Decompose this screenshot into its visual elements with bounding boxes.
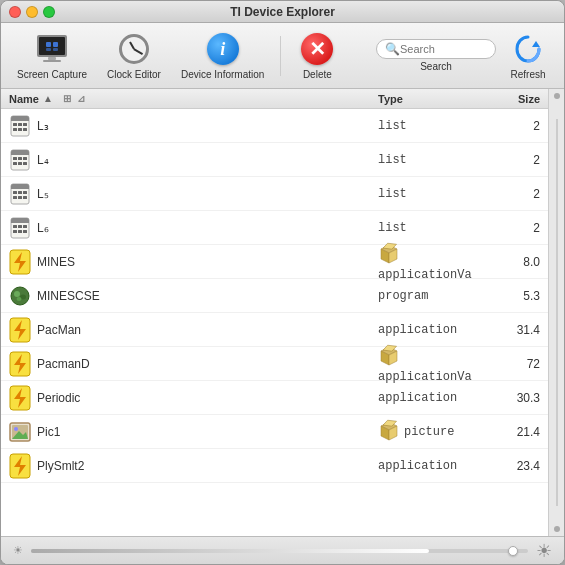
file-area: Name ▲ ⊞ ⊿ Type Size [1,89,564,536]
file-name-cell: PacmanD [1,353,378,375]
svg-rect-44 [23,230,27,233]
svg-rect-7 [43,60,61,62]
brightness-high-icon: ☀ [536,540,552,562]
file-name: PacMan [37,323,81,337]
bottom-bar: ☀ ☀ [1,536,564,564]
col-name-header: Name ▲ ⊞ ⊿ [1,92,378,105]
screen-capture-button[interactable]: Screen Capture [9,27,95,84]
file-size-cell: 21.4 [488,425,548,439]
svg-point-67 [14,427,18,431]
col-view-icon[interactable]: ⊞ [61,92,73,105]
delete-icon: ✕ [301,33,333,65]
file-type-cell: list [378,221,488,235]
table-row[interactable]: L₆list2 [1,211,548,245]
svg-rect-15 [13,128,17,131]
file-type-text: application [378,391,457,405]
file-type-cell: list [378,153,488,167]
screen-capture-label: Screen Capture [17,69,87,80]
file-size-cell: 23.4 [488,459,548,473]
delete-button[interactable]: ✕ Delete [289,27,345,84]
refresh-button[interactable]: Refresh [500,27,556,84]
svg-point-52 [14,291,20,297]
file-type-cell: picture [378,419,488,445]
table-row[interactable]: Pic1 picture21.4 [1,415,548,449]
svg-point-54 [17,297,22,301]
clock-editor-button[interactable]: Clock Editor [99,27,169,84]
table-row[interactable]: PacManapplication31.4 [1,313,548,347]
file-name: PacmanD [37,357,90,371]
file-name-cell: Periodic [1,387,378,409]
svg-rect-1 [39,37,65,55]
file-icon [9,115,31,137]
clock-editor-icon-wrap [116,31,152,67]
file-type-text: application [378,323,457,337]
side-line [556,119,558,506]
search-input[interactable] [400,43,490,55]
svg-rect-11 [11,118,29,121]
file-size-cell: 2 [488,221,548,235]
file-rows-container: L₃list2 L₄list2 L₅list2 [1,109,548,483]
col-filter-icon[interactable]: ⊿ [75,92,87,105]
file-type-cell: list [378,119,488,133]
file-size-cell: 2 [488,119,548,133]
file-name-cell: L₅ [1,183,378,205]
svg-rect-41 [23,225,27,228]
file-type-text: application [378,459,457,473]
delete-label: Delete [303,69,332,80]
svg-rect-43 [18,230,22,233]
file-type-cell: application [378,391,488,405]
svg-rect-25 [18,162,22,165]
brightness-slider[interactable] [31,549,528,553]
file-icon [9,251,31,273]
file-name-cell: MINES [1,251,378,273]
svg-rect-16 [18,128,22,131]
search-icon: 🔍 [385,42,400,56]
side-panel [548,89,564,536]
appvar-icon [378,419,400,445]
device-information-label: Device Information [181,69,264,80]
search-label: Search [420,61,452,72]
file-name-cell: PlySmlt2 [1,455,378,477]
minimize-button[interactable] [26,6,38,18]
column-header: Name ▲ ⊞ ⊿ Type Size [1,89,548,109]
table-row[interactable]: MINES applicationVa8.0 [1,245,548,279]
file-size-cell: 2 [488,153,548,167]
maximize-button[interactable] [43,6,55,18]
file-list-container[interactable]: Name ▲ ⊞ ⊿ Type Size [1,89,548,536]
svg-rect-23 [23,157,27,160]
device-info-icon-wrap: i [205,31,241,67]
table-row[interactable]: MINESCSEprogram5.3 [1,279,548,313]
svg-rect-3 [53,42,58,47]
svg-rect-30 [13,191,17,194]
main-window: TI Device Explorer Screen Capture [0,0,565,565]
appvar-icon [378,344,400,370]
col-header-icons: ⊞ ⊿ [61,92,87,105]
refresh-label: Refresh [510,69,545,80]
file-icon [9,353,31,375]
svg-rect-38 [11,220,29,223]
close-button[interactable] [9,6,21,18]
table-row[interactable]: PacmanD applicationVa72 [1,347,548,381]
file-size-cell: 31.4 [488,323,548,337]
table-row[interactable]: PlySmlt2application23.4 [1,449,548,483]
svg-rect-12 [13,123,17,126]
table-row[interactable]: L₄list2 [1,143,548,177]
svg-rect-17 [23,128,27,131]
file-type-cell: list [378,187,488,201]
file-type-text: list [378,153,407,167]
file-icon [9,183,31,205]
svg-rect-34 [18,196,22,199]
svg-rect-20 [11,152,29,155]
table-row[interactable]: L₅list2 [1,177,548,211]
file-name-cell: PacMan [1,319,378,341]
device-information-button[interactable]: i Device Information [173,27,272,84]
table-row[interactable]: Periodicapplication30.3 [1,381,548,415]
screen-capture-icon-wrap [34,31,70,67]
svg-marker-8 [532,41,540,47]
file-name-cell: L₆ [1,217,378,239]
appvar-icon [378,242,400,268]
delete-icon-wrap: ✕ [299,31,335,67]
file-icon [9,421,31,443]
table-row[interactable]: L₃list2 [1,109,548,143]
file-icon [9,387,31,409]
